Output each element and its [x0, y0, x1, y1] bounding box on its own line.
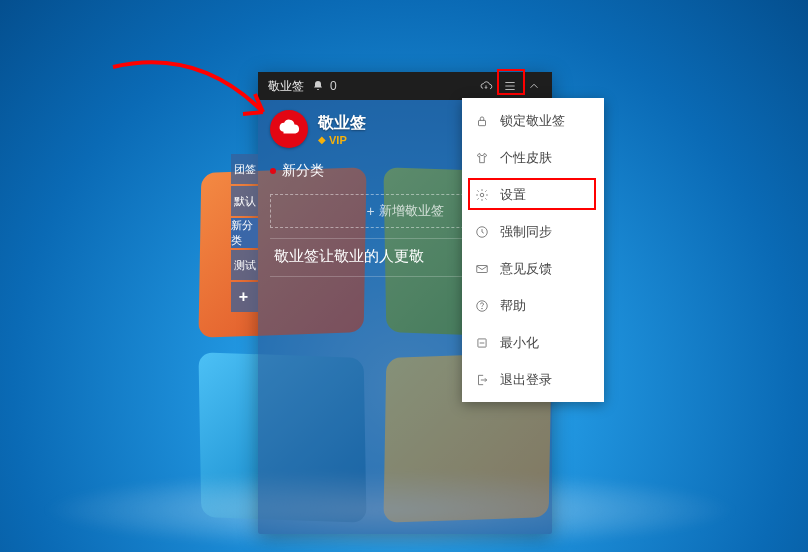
logout-icon	[474, 372, 490, 388]
annotation-arrow	[108, 52, 278, 152]
svg-rect-3	[477, 265, 488, 272]
refresh-icon	[474, 224, 490, 240]
svg-point-1	[480, 193, 484, 197]
diamond-icon: ◆	[318, 134, 326, 145]
bell-count: 0	[330, 79, 337, 93]
menu-lock[interactable]: 锁定敬业签	[462, 102, 604, 139]
menu-settings[interactable]: 设置	[462, 176, 604, 213]
hamburger-menu-icon[interactable]	[498, 72, 522, 100]
side-tab-default[interactable]: 默认	[231, 186, 258, 216]
menu-feedback[interactable]: 意见反馈	[462, 250, 604, 287]
menu-skin[interactable]: 个性皮肤	[462, 139, 604, 176]
menu-sync[interactable]: 强制同步	[462, 213, 604, 250]
side-tab-test[interactable]: 测试	[231, 250, 258, 280]
menu-minimize[interactable]: 最小化	[462, 324, 604, 361]
app-name: 敬业签	[318, 113, 366, 134]
mail-icon	[474, 261, 490, 277]
app-logo-icon	[270, 110, 308, 148]
gear-icon	[474, 187, 490, 203]
cloud-sync-icon[interactable]	[474, 72, 498, 100]
svg-point-5	[482, 308, 483, 309]
vip-badge: ◆ VIP	[318, 134, 366, 146]
help-icon	[474, 298, 490, 314]
minimize-icon	[474, 335, 490, 351]
side-tab-newcategory[interactable]: 新分类	[231, 218, 258, 248]
titlebar-app-name: 敬业签	[268, 78, 304, 95]
category-dot-icon	[270, 168, 276, 174]
side-tabs: 团签 默认 新分类 测试 +	[231, 154, 258, 314]
side-tab-team[interactable]: 团签	[231, 154, 258, 184]
plus-icon: +	[366, 203, 374, 219]
menu-help[interactable]: 帮助	[462, 287, 604, 324]
side-tab-add[interactable]: +	[231, 282, 258, 312]
collapse-icon[interactable]	[522, 72, 546, 100]
svg-rect-0	[479, 120, 486, 125]
titlebar: 敬业签 0	[258, 72, 552, 100]
lock-icon	[474, 113, 490, 129]
bell-icon[interactable]	[312, 80, 324, 92]
hamburger-dropdown: 锁定敬业签 个性皮肤 设置 强制同步 意见反馈 帮助 最小化 退出登录	[462, 98, 604, 402]
menu-logout[interactable]: 退出登录	[462, 361, 604, 398]
tshirt-icon	[474, 150, 490, 166]
